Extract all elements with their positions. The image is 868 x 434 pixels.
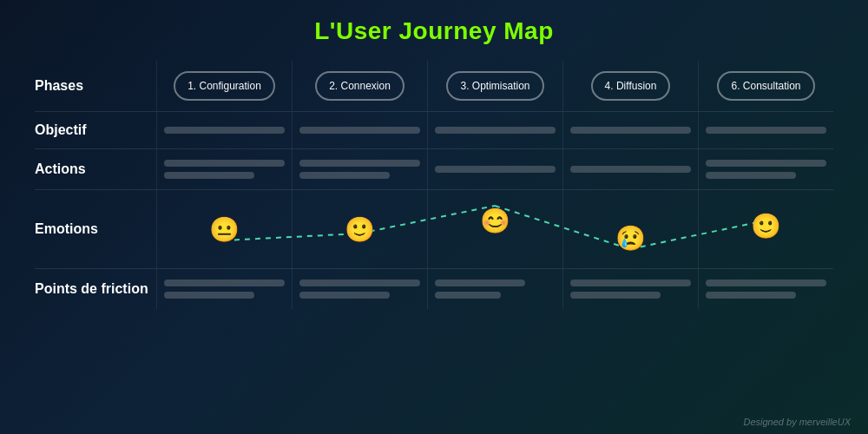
actions-bar-5b: [706, 172, 796, 179]
emotion-cell-4: 😢: [562, 190, 698, 268]
phase-2-pill: 2. Connexion: [315, 71, 404, 101]
emoji-1: 😐: [209, 215, 240, 244]
friction-cell-5: [698, 269, 833, 309]
friction-bar-1a: [164, 279, 285, 286]
emotion-cell-3: 😊: [427, 190, 562, 268]
friction-bar-4a: [570, 279, 691, 286]
friction-bar-4b: [570, 292, 661, 299]
emotion-cell-1: 😐: [156, 190, 292, 268]
phase-4-pill: 4. Diffusion: [591, 71, 671, 101]
objectif-row: Objectif: [35, 112, 833, 149]
objectif-bar-2: [299, 127, 420, 134]
objectif-cell-5: [698, 112, 833, 148]
actions-cell-4: [562, 149, 698, 189]
phase-3-cell: 3. Optimisation: [427, 61, 562, 111]
actions-cell-1: [156, 149, 292, 189]
objectif-cell-3: [427, 112, 562, 148]
friction-bar-2b: [299, 292, 390, 299]
friction-bar-3a: [435, 279, 525, 286]
emoji-3: 😊: [480, 207, 510, 235]
friction-cell-2: [292, 269, 427, 309]
objectif-bar-3: [435, 127, 556, 134]
actions-label: Actions: [35, 149, 156, 189]
friction-bar-2a: [299, 279, 420, 286]
friction-cell-4: [562, 269, 698, 309]
actions-bar-2b: [299, 172, 390, 179]
objectif-cell-2: [292, 112, 427, 148]
objectif-label: Objectif: [35, 112, 156, 148]
phases-label: Phases: [35, 61, 156, 111]
phase-1-cell: 1. Configuration: [156, 61, 292, 111]
friction-bar-3b: [435, 292, 501, 299]
friction-bar-1b: [164, 292, 254, 299]
phase-5-pill: 6. Consultation: [717, 71, 814, 101]
objectif-bar-1: [164, 127, 285, 134]
actions-row: Actions: [35, 149, 833, 190]
actions-cell-5: [698, 149, 833, 189]
page-title: L'User Journey Map: [35, 17, 833, 45]
phases-row: Phases 1. Configuration 2. Connexion 3. …: [35, 61, 833, 112]
phase-4-cell: 4. Diffusion: [562, 61, 698, 111]
actions-bar-4a: [570, 166, 691, 173]
friction-cell-3: [427, 269, 562, 309]
objectif-cell-1: [156, 112, 292, 148]
friction-label: Points de friction: [35, 269, 156, 309]
friction-bar-5b: [706, 292, 796, 299]
emoji-5: 🙂: [751, 212, 781, 240]
actions-bar-1a: [164, 160, 285, 167]
actions-cell-2: [292, 149, 427, 189]
actions-cell-3: [427, 149, 562, 189]
emotion-cell-2: 🙂: [292, 190, 427, 268]
objectif-cell-4: [562, 112, 698, 148]
objectif-bar-5: [706, 127, 826, 134]
emotions-row: Emotions 😐 🙂 😊 😢 🙂: [35, 190, 833, 269]
emoji-2: 🙂: [345, 215, 375, 244]
page: L'User Journey Map Phases 1. Configurati…: [0, 0, 868, 434]
actions-bar-5a: [706, 160, 826, 167]
phase-2-cell: 2. Connexion: [292, 61, 427, 111]
phase-1-pill: 1. Configuration: [174, 71, 275, 101]
emotions-label: Emotions: [35, 190, 156, 268]
phase-3-pill: 3. Optimisation: [446, 71, 543, 101]
actions-bar-3a: [435, 166, 556, 173]
friction-row: Points de friction: [35, 269, 833, 309]
friction-cell-1: [156, 269, 292, 309]
actions-bar-2a: [299, 160, 420, 167]
emotion-cell-5: 🙂: [698, 190, 833, 268]
objectif-bar-4: [570, 127, 691, 134]
phase-5-cell: 6. Consultation: [698, 61, 833, 111]
actions-bar-1b: [164, 172, 254, 179]
emoji-4: 😢: [615, 224, 646, 253]
friction-bar-5a: [706, 279, 826, 286]
watermark: Designed by merveilleUX: [744, 417, 852, 427]
